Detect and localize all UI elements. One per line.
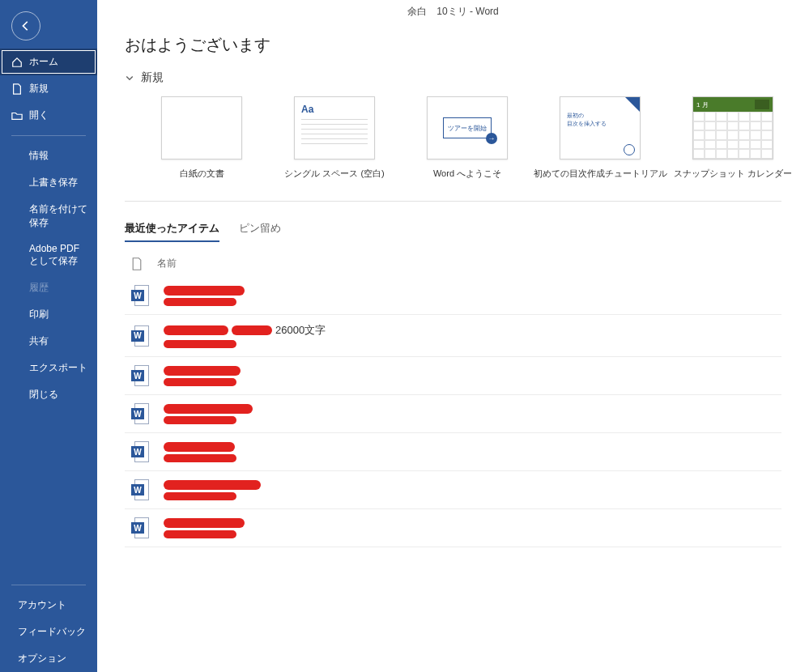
file-name-redacted [164, 480, 261, 500]
word-file-icon: W [131, 441, 149, 462]
nav-separator-bottom [11, 585, 86, 585]
file-name-redacted [164, 286, 245, 306]
arrow-left-icon [20, 20, 32, 32]
nav-options[interactable]: オプション [0, 645, 97, 672]
template-single-thumb: Aa [294, 96, 375, 159]
template-welcome-thumb: ツアーを開始 [427, 96, 508, 159]
window-title: 余白 10ミリ - Word [97, 5, 809, 19]
file-row[interactable]: W [125, 357, 781, 395]
file-row[interactable]: W 26000文字 [125, 315, 781, 357]
file-meta-redacted [164, 340, 236, 348]
tab-pinned[interactable]: ピン留め [239, 221, 281, 242]
main-area: 余白 10ミリ - Word おはようございます 新規 白紙の文書 Aa シング… [97, 0, 809, 672]
nav-feedback[interactable]: フィードバック [0, 619, 97, 645]
template-toc-tutorial[interactable]: 最初の目次を挿入する 初めての目次作成チュートリアル [556, 96, 645, 180]
nav-home[interactable]: ホーム [0, 49, 97, 75]
template-snapshot-calendar[interactable]: 1 月 スナップショット カレンダー [688, 96, 777, 180]
greeting-heading: おはようございます [125, 34, 781, 56]
nav-print[interactable]: 印刷 [0, 301, 97, 328]
recent-file-list: W W 26000文字 W W [125, 277, 781, 547]
nav-info[interactable]: 情報 [0, 142, 97, 169]
home-icon [11, 57, 23, 68]
template-welcome[interactable]: ツアーを開始 Word へようこそ [423, 96, 512, 180]
file-row[interactable]: W [125, 277, 781, 315]
nav-separator [11, 135, 86, 136]
file-row[interactable]: W [125, 433, 781, 471]
nav-new[interactable]: 新規 [0, 75, 97, 102]
file-name-redacted [164, 518, 245, 538]
backstage-sidebar: ホーム 新規 開く 情報 上書き保存 名前を付けて保存 Adobe PDF とし… [0, 0, 97, 672]
file-name-partial: 26000文字 [164, 323, 326, 338]
nav-history: 履歴 [0, 274, 97, 301]
folder-open-icon [11, 110, 23, 121]
tab-recent[interactable]: 最近使ったアイテム [125, 221, 219, 242]
divider [125, 201, 781, 202]
template-single-space[interactable]: Aa シングル スペース (空白) [290, 96, 379, 180]
file-icon [131, 257, 143, 270]
nav-export[interactable]: エクスポート [0, 355, 97, 381]
file-name-redacted [164, 442, 236, 462]
template-blank[interactable]: 白紙の文書 [157, 96, 246, 180]
template-calendar-thumb: 1 月 [692, 96, 773, 159]
template-toc-thumb: 最初の目次を挿入する [560, 96, 641, 159]
nav-save[interactable]: 上書き保存 [0, 169, 97, 196]
col-name: 名前 [157, 257, 177, 270]
file-new-icon [11, 83, 23, 95]
back-button[interactable] [11, 11, 40, 40]
nav-saveas[interactable]: 名前を付けて保存 [0, 196, 97, 236]
file-name-redacted [164, 366, 241, 386]
file-list-header: 名前 [125, 250, 781, 277]
nav-open-label: 開く [29, 108, 49, 122]
nav-home-label: ホーム [29, 55, 58, 69]
nav-new-label: 新規 [29, 82, 49, 96]
word-file-icon: W [131, 403, 149, 424]
template-gallery: 白紙の文書 Aa シングル スペース (空白) ツアーを開始 Word へようこ… [125, 96, 781, 191]
section-new-toggle[interactable]: 新規 [125, 70, 781, 85]
file-row[interactable]: W [125, 395, 781, 433]
chevron-down-icon [125, 73, 134, 83]
file-row[interactable]: W [125, 471, 781, 509]
file-name-redacted [164, 404, 253, 424]
section-new-label: 新規 [141, 70, 164, 85]
nav-open[interactable]: 開く [0, 102, 97, 129]
nav-share[interactable]: 共有 [0, 328, 97, 355]
nav-account[interactable]: アカウント [0, 592, 97, 619]
word-file-icon: W [131, 517, 149, 538]
nav-close[interactable]: 閉じる [0, 381, 97, 408]
word-file-icon: W [131, 285, 149, 306]
file-tabs: 最近使ったアイテム ピン留め [125, 221, 781, 242]
word-file-icon: W [131, 325, 149, 347]
template-blank-thumb [161, 96, 242, 159]
word-file-icon: W [131, 479, 149, 500]
nav-adobepdf[interactable]: Adobe PDF として保存 [0, 236, 97, 274]
file-row[interactable]: W [125, 509, 781, 547]
word-file-icon: W [131, 365, 149, 386]
